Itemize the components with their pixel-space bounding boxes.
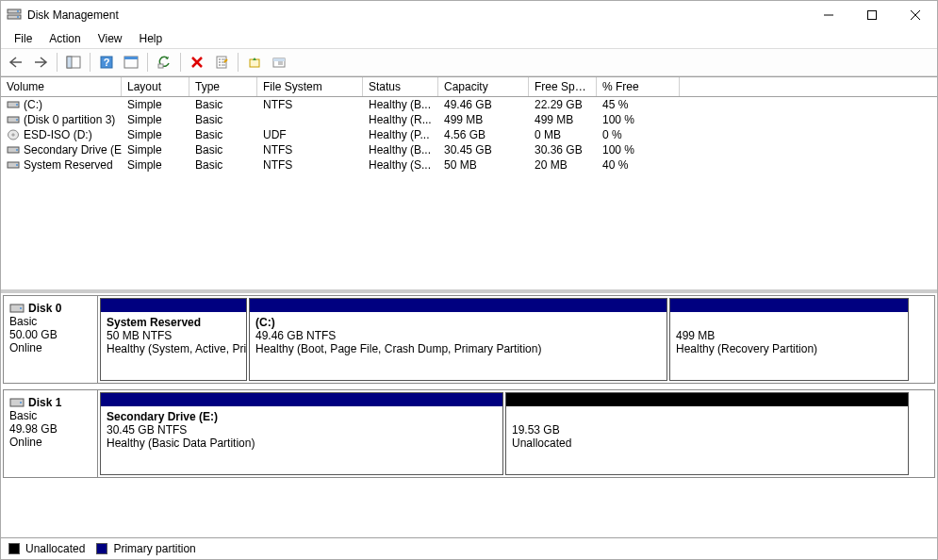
col-volume[interactable]: Volume — [1, 77, 122, 96]
disk-row[interactable]: Disk 1Basic49.98 GBOnlineSecondary Drive… — [3, 389, 935, 478]
col-capacity[interactable]: Capacity — [438, 77, 529, 96]
help-button[interactable]: ? — [95, 51, 118, 74]
col-pctfree[interactable]: % Free — [597, 77, 680, 96]
volume-status: Healthy (P... — [363, 127, 438, 142]
action-button-1[interactable] — [243, 51, 266, 74]
partition-primary[interactable]: Secondary Drive (E:)30.45 GB NTFSHealthy… — [100, 392, 503, 475]
volume-type: Basic — [189, 142, 257, 157]
svg-rect-4 — [868, 11, 877, 20]
disk-partitions: Secondary Drive (E:)30.45 GB NTFSHealthy… — [98, 390, 934, 477]
volume-status: Healthy (B... — [363, 142, 438, 157]
volume-row[interactable]: Secondary Drive (E:)SimpleBasicNTFSHealt… — [1, 142, 937, 157]
partition-body: (C:)49.46 GB NTFSHealthy (Boot, Page Fil… — [250, 312, 666, 380]
volume-filesystem: NTFS — [257, 97, 363, 112]
window-controls — [807, 1, 937, 29]
partition-body: 499 MBHealthy (Recovery Partition) — [670, 312, 908, 380]
toolbar-separator — [57, 53, 58, 72]
disk-status: Online — [9, 341, 91, 354]
svg-rect-10 — [124, 57, 138, 59]
menu-view[interactable]: View — [91, 30, 130, 47]
svg-point-24 — [12, 134, 14, 136]
col-layout[interactable]: Layout — [122, 77, 189, 96]
maximize-button[interactable] — [850, 1, 894, 29]
svg-point-32 — [20, 402, 22, 404]
volume-layout: Simple — [122, 142, 189, 157]
col-type[interactable]: Type — [189, 77, 257, 96]
menu-action[interactable]: Action — [41, 30, 88, 47]
svg-point-30 — [20, 307, 22, 309]
back-button[interactable] — [5, 51, 27, 74]
legend: Unallocated Primary partition — [1, 537, 937, 559]
partition-color-bar — [506, 393, 908, 406]
partition-line2: 30.45 GB NTFS — [107, 423, 497, 436]
menu-help[interactable]: Help — [132, 30, 171, 47]
col-filesystem[interactable]: File System — [257, 77, 363, 96]
volume-filesystem — [257, 112, 363, 127]
forward-button[interactable] — [29, 51, 52, 74]
volume-row[interactable]: System ReservedSimpleBasicNTFSHealthy (S… — [1, 157, 937, 173]
close-button[interactable] — [894, 1, 937, 29]
volume-capacity: 49.46 GB — [438, 97, 529, 112]
minimize-button[interactable] — [807, 1, 850, 29]
partition-color-bar — [101, 393, 502, 406]
volume-filesystem: UDF — [257, 127, 363, 142]
menu-file[interactable]: File — [7, 30, 40, 47]
properties-button[interactable] — [210, 51, 233, 74]
partition-line2: 19.53 GB — [512, 423, 902, 436]
volume-type: Basic — [189, 127, 257, 142]
partition-primary[interactable]: (C:)49.46 GB NTFSHealthy (Boot, Page Fil… — [249, 298, 667, 381]
partition-line2: 49.46 GB NTFS — [255, 329, 661, 342]
volume-row[interactable]: ESD-ISO (D:)SimpleBasicUDFHealthy (P...4… — [1, 127, 937, 142]
partition-unallocated[interactable]: 19.53 GBUnallocated — [505, 392, 909, 475]
volume-free: 499 MB — [529, 112, 597, 127]
svg-point-3 — [17, 16, 19, 18]
volume-row[interactable]: (Disk 0 partition 3)SimpleBasicHealthy (… — [1, 112, 937, 127]
volume-layout: Simple — [122, 97, 189, 112]
svg-point-22 — [16, 119, 18, 121]
volume-type: Basic — [189, 157, 257, 173]
partition-line2: 50 MB NTFS — [107, 329, 240, 342]
col-status[interactable]: Status — [363, 77, 438, 96]
svg-point-13 — [219, 58, 221, 60]
svg-rect-18 — [273, 58, 285, 61]
volume-pctfree: 0 % — [597, 127, 680, 142]
disk-info: Disk 0Basic50.00 GBOnline — [4, 296, 98, 383]
delete-button[interactable] — [186, 51, 208, 74]
show-hide-console-tree-button[interactable] — [62, 51, 85, 74]
partition-color-bar — [101, 299, 246, 312]
partition-color-bar — [670, 299, 908, 312]
volume-layout: Simple — [122, 157, 189, 173]
toolbar-separator — [238, 53, 239, 72]
disk-type: Basic — [9, 409, 91, 422]
volume-free: 30.36 GB — [529, 142, 597, 157]
col-spacer — [680, 77, 937, 96]
volume-free: 20 MB — [529, 157, 597, 173]
partition-line3: Healthy (Basic Data Partition) — [107, 436, 497, 450]
col-free[interactable]: Free Spa... — [529, 77, 597, 96]
disk-size: 49.98 GB — [9, 422, 91, 436]
volume-pctfree: 45 % — [597, 97, 680, 112]
volume-name: (Disk 0 partition 3) — [1, 112, 122, 127]
refresh-button[interactable] — [153, 51, 175, 74]
partition-title: System Reserved — [107, 316, 240, 329]
volume-type: Basic — [189, 112, 257, 127]
disk-row[interactable]: Disk 0Basic50.00 GBOnlineSystem Reserved… — [3, 295, 935, 384]
volume-name: ESD-ISO (D:) — [1, 127, 122, 142]
volume-list-pane[interactable]: Volume Layout Type File System Status Ca… — [1, 77, 937, 293]
action-button-2[interactable] — [268, 51, 290, 74]
volume-status: Healthy (R... — [363, 112, 438, 127]
volume-capacity: 50 MB — [438, 157, 529, 173]
svg-point-28 — [16, 164, 18, 166]
partition-primary[interactable]: 499 MBHealthy (Recovery Partition) — [669, 298, 909, 381]
volume-capacity: 4.56 GB — [438, 127, 529, 142]
settings-button[interactable] — [120, 51, 142, 74]
graphical-view-pane[interactable]: Disk 0Basic50.00 GBOnlineSystem Reserved… — [1, 293, 937, 537]
partition-primary[interactable]: System Reserved50 MB NTFSHealthy (System… — [100, 298, 247, 381]
partition-body: 19.53 GBUnallocated — [506, 406, 908, 474]
disk-partitions: System Reserved50 MB NTFSHealthy (System… — [98, 296, 934, 383]
volume-name: Secondary Drive (E:) — [1, 142, 122, 157]
svg-point-2 — [17, 10, 19, 12]
disk-size: 50.00 GB — [9, 328, 91, 341]
volume-capacity: 30.45 GB — [438, 142, 529, 157]
volume-row[interactable]: (C:)SimpleBasicNTFSHealthy (B...49.46 GB… — [1, 97, 937, 112]
